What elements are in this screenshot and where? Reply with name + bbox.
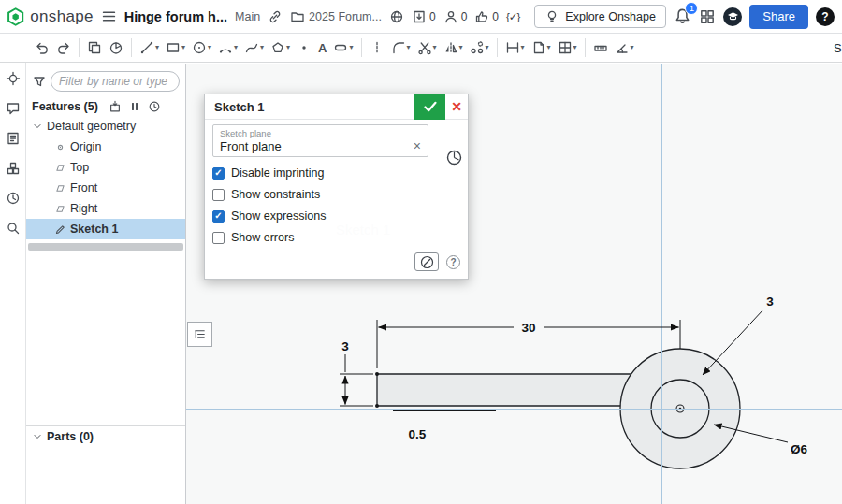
notifications-button[interactable]: 1 [674,7,691,26]
sketch-mode-tool[interactable] [106,36,126,60]
rollback-bar[interactable] [28,243,183,251]
edit-sketch-button[interactable] [414,252,439,271]
learning-center-icon[interactable] [723,7,742,26]
measure-tool[interactable] [590,36,611,60]
checkbox-box[interactable]: ✓ [212,232,225,244]
cancel-button[interactable]: ✕ [445,94,468,120]
checkbox-show-constraints[interactable]: ✓ Show constraints [212,188,460,201]
dimension-bar-height-value[interactable]: 3 [341,339,349,353]
explore-onshape-button[interactable]: Explore Onshape [534,5,666,28]
feature-item-sketch-1[interactable]: Sketch 1 [26,219,185,239]
arc-tool[interactable]: ▾ [215,36,240,60]
redo-tool[interactable] [53,36,74,60]
text-tool[interactable]: A [315,36,329,60]
feature-item-front[interactable]: Front [26,178,185,198]
chevron-down-icon[interactable]: ▾ [433,44,437,51]
likes-count[interactable]: 0 [474,9,499,24]
help-icon[interactable]: ? [816,7,835,26]
spline-tool[interactable]: ▾ [241,36,267,60]
vertex-point[interactable] [375,372,379,376]
configurations-panel-icon[interactable] [6,161,21,176]
rectangle-tool[interactable]: ▾ [163,36,188,60]
link-icon[interactable] [268,9,283,24]
trim-tool[interactable]: ▾ [414,36,440,60]
mirror-tool[interactable]: ▾ [441,36,466,60]
dimension-diameter-value[interactable]: Ø6 [791,442,808,456]
chevron-down-icon[interactable]: ▾ [486,44,489,51]
clear-selection-icon[interactable]: × [414,138,421,153]
crosshair-panel-icon[interactable] [6,71,21,86]
notes-panel-icon[interactable] [6,131,21,146]
bar-region[interactable] [377,374,632,406]
share-button[interactable]: Share [749,5,808,29]
dimension-bar-height[interactable] [340,354,373,406]
chevron-down-icon[interactable] [32,121,43,132]
onshape-logo-icon[interactable] [6,7,25,27]
document-title[interactable]: Hinge forum h... [124,9,227,24]
chevron-down-icon[interactable]: ▾ [234,44,238,51]
dialog-header[interactable]: Sketch 1 ✕ [205,94,468,120]
point-tool[interactable] [294,36,314,60]
dialog-help-icon[interactable]: ? [446,255,460,269]
feature-item-origin[interactable]: Origin [26,137,185,157]
sketch-plane-field[interactable]: Sketch plane Front plane × [212,124,428,157]
line-tool[interactable]: ▾ [137,36,162,60]
search-panel-icon[interactable] [6,221,21,236]
dimension-ring-value[interactable]: 3 [766,295,774,309]
document-menu-icon[interactable] [101,8,117,24]
history-panel-icon[interactable] [6,191,21,206]
checkbox-box[interactable]: ✓ [212,167,225,180]
dxf-import-tool[interactable]: ▾ [529,36,554,60]
copy-tool[interactable] [84,36,105,60]
chevron-down-icon[interactable]: ▾ [459,44,463,51]
feature-flyout-button[interactable] [187,322,212,347]
polygon-tool[interactable]: ▾ [268,36,293,60]
app-store-icon[interactable] [699,8,716,25]
slot-tool[interactable]: ▾ [330,36,356,60]
chevron-down-icon[interactable] [32,431,43,442]
dimension-offset-value[interactable]: 0.5 [409,427,427,441]
construction-tool[interactable] [367,36,387,60]
chevron-down-icon[interactable]: ▾ [547,44,551,51]
chevron-down-icon[interactable]: ▾ [349,44,353,51]
dimension-tool[interactable]: ▾ [502,36,528,60]
chevron-down-icon[interactable]: ▾ [260,44,264,51]
followers-count[interactable]: 0 [443,9,468,24]
comments-panel-icon[interactable] [6,101,21,116]
chevron-down-icon[interactable]: ▾ [407,44,411,51]
chevron-down-icon[interactable]: ▾ [181,44,185,51]
angle-tool[interactable]: ▾ [612,36,637,60]
checkbox-box[interactable]: ✓ [212,210,225,223]
chevron-down-icon[interactable]: ▾ [573,44,577,51]
circle-tool[interactable]: ▾ [189,36,214,60]
chevron-down-icon[interactable]: ▾ [208,44,211,51]
checkbox-disable-imprinting[interactable]: ✓ Disable imprinting [212,166,460,180]
folder-breadcrumb[interactable]: 2025 Forum... [290,9,382,24]
globe-icon[interactable] [389,9,404,24]
workspace-name[interactable]: Main [235,10,260,23]
grid-pattern-tool[interactable]: ▾ [555,36,580,60]
dimension-ring-leader[interactable] [703,310,763,375]
fillet-tool[interactable]: ▾ [388,36,414,60]
history-icon[interactable] [148,100,161,113]
chevron-down-icon[interactable]: ▾ [286,44,290,51]
accept-button[interactable] [414,94,445,120]
checkbox-show-expressions[interactable]: ✓ Show expressions [212,209,460,223]
feature-item-top[interactable]: Top [26,157,185,178]
dimension-length-value[interactable]: 30 [521,321,535,335]
insert-feature-icon[interactable] [109,100,122,113]
checkbox-show-errors[interactable]: ✓ Show errors [212,231,460,244]
vertex-point[interactable] [375,404,379,408]
chevron-down-icon[interactable]: ▾ [155,44,159,51]
plane-selector-icon[interactable] [446,150,462,168]
feature-item-default-geometry[interactable]: Default geometry [26,116,185,137]
feature-item-right[interactable]: Right [26,198,185,219]
checkbox-box[interactable]: ✓ [212,189,225,201]
rollback-bars-icon[interactable] [128,100,141,113]
featurescript-icon[interactable]: {✓} [506,10,519,23]
chevron-down-icon[interactable]: ▾ [521,44,525,51]
copies-count[interactable]: 0 [412,9,436,24]
linear-pattern-tool[interactable]: ▾ [467,36,492,60]
parts-section-header[interactable]: Parts (0) [26,425,185,447]
chevron-down-icon[interactable]: ▾ [631,44,634,51]
